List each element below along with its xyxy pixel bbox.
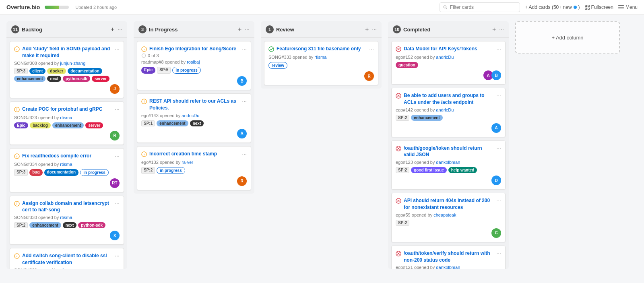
column-menu-button[interactable]: ··· [245,26,250,33]
card-labels: SP:2in progress [141,167,247,174]
card-status-icon [268,46,274,53]
card-author[interactable]: rtisma [60,115,72,120]
card-more-button[interactable]: ··· [242,151,247,157]
card-labels: EpicSP:5in progress [141,67,247,74]
card-more-button[interactable]: ··· [242,98,247,104]
card-labels: Epicbacklogenhancementserver [14,122,120,128]
card-more-button[interactable]: ··· [496,45,501,52]
card-author[interactable]: andricDu [182,113,199,118]
fullscreen-button[interactable]: Fullscreen [585,4,613,10]
card-title[interactable]: Fix readthedocs compile error [22,153,112,159]
card-title[interactable]: API should return 404s instead of 200 fo… [404,197,494,211]
table-row: Add switch song-client to disable ssl ce… [10,248,124,269]
card-author[interactable]: dankolbman [436,160,460,165]
table-row: Add 'study' field in SONG payload and ma… [10,41,124,98]
column-add-button[interactable]: + [111,26,114,33]
card-author[interactable]: ra-ver [182,160,193,165]
card-title[interactable]: Finish Ego Integration for Song/Score [149,45,239,52]
card-author[interactable]: rtisma [314,55,326,60]
add-cards-button[interactable]: + Add cards (50+ new ) [525,4,580,10]
card-more-button[interactable]: ··· [115,200,120,207]
progress-fill [45,6,59,9]
card-label: python-sdk [78,222,105,228]
card-label: next [47,76,61,82]
app-logo: Overture.bio [6,4,40,10]
avatar: A [491,123,501,133]
card-author[interactable]: rtisma [60,162,72,167]
card-author[interactable]: rtisma [60,215,72,220]
card-title[interactable]: REST API should refer to our ACLs as Pol… [149,98,239,112]
card-more-button[interactable]: ··· [115,106,120,112]
card-author[interactable]: junjun-zhang [60,61,85,66]
card-more-button[interactable]: ··· [496,92,501,99]
card-more-button[interactable]: ··· [115,45,120,52]
card-meta: SONG#334 opened by rtisma [14,162,120,167]
card-title[interactable]: Incorrect creation time stamp [149,151,239,157]
card-label: SP:1 [141,120,155,126]
add-column-label: + Add column [551,35,583,41]
card-title[interactable]: Be able to add users and groups to ACLs … [404,92,494,106]
card-title[interactable]: Feature/song 311 file basename only [277,45,367,52]
card-footer: A [396,123,501,133]
card-title[interactable]: Data Model for API Keys/Tokens [404,45,494,52]
card-labels: question [396,62,501,68]
fullscreen-icon [585,5,590,10]
card-label: bug [29,169,42,176]
card-author[interactable]: andricDu [436,107,454,112]
column-add-button[interactable]: + [492,26,496,33]
card-author[interactable]: cheapsteak [433,213,456,217]
column-menu-button[interactable]: ··· [118,26,122,33]
card-more-button[interactable]: ··· [242,45,247,52]
avatar: X [110,231,120,240]
card-meta: ego#132 opened by ra-ver [141,160,247,165]
menu-icon [618,5,624,10]
card-header: Feature/song 311 file basename only ··· [268,45,374,53]
card-labels: review [268,62,374,69]
table-row: Be able to add users and groups to ACLs … [391,88,506,137]
column-actions: + ··· [111,26,122,33]
card-labels: SP:1enhancementnext [141,120,247,126]
column-add-button[interactable]: + [238,26,242,33]
column-add-button[interactable]: + [365,26,369,33]
menu-button[interactable]: Menu [618,4,638,10]
card-author[interactable]: rosibaj [187,60,200,64]
svg-point-40 [269,47,274,52]
card-more-button[interactable]: ··· [496,145,501,151]
column-count: 3 [138,25,147,33]
svg-point-39 [144,153,144,153]
card-more-button[interactable]: ··· [496,250,501,256]
card-title[interactable]: Create POC for protobuf and gRPC [22,106,112,113]
card-status-icon [14,253,20,260]
card-footer: R [268,71,374,81]
card-title[interactable]: Add switch song-client to disable ssl ce… [22,252,112,266]
progress-text: 0 of 3 [148,53,159,58]
card-title[interactable]: Add 'study' field in SONG payload and ma… [22,45,112,59]
card-title[interactable]: /oauth/token/verify should return with n… [404,250,494,264]
card-more-button[interactable]: ··· [115,153,120,159]
progress-bar [45,6,69,9]
table-row: Data Model for API Keys/Tokens ··· ego#1… [391,41,506,85]
filter-input-container[interactable] [440,2,520,12]
table-row: REST API should refer to our ACLs as Pol… [137,93,251,143]
card-more-button[interactable]: ··· [496,197,501,204]
card-label: SP:2 [396,167,409,173]
filter-cards-input[interactable] [450,4,516,10]
card-title[interactable]: /oauth/google/token should return valid … [404,145,494,159]
card-more-button[interactable]: ··· [115,252,120,259]
card-label: SP:2 [396,115,409,121]
card-more-button[interactable]: ··· [369,45,374,52]
card-title[interactable]: Assign collab domain and letsencrypt cer… [22,200,112,214]
card-author[interactable]: rtisma [60,268,72,269]
column-menu-button[interactable]: ··· [499,26,504,33]
card-author[interactable]: andricDu [436,55,454,60]
card-header: /oauth/token/verify should return with n… [396,250,501,264]
card-status-icon [396,46,401,53]
card-labels: SP:2 [396,220,501,226]
add-column-button[interactable]: + Add column [515,21,620,54]
column-menu-button[interactable]: ··· [372,26,377,33]
card-author[interactable]: dankolbman [436,265,460,269]
avatar: B [237,76,247,86]
card-footer: AB [396,70,501,80]
svg-point-23 [17,255,17,255]
card-footer: C [396,228,501,238]
